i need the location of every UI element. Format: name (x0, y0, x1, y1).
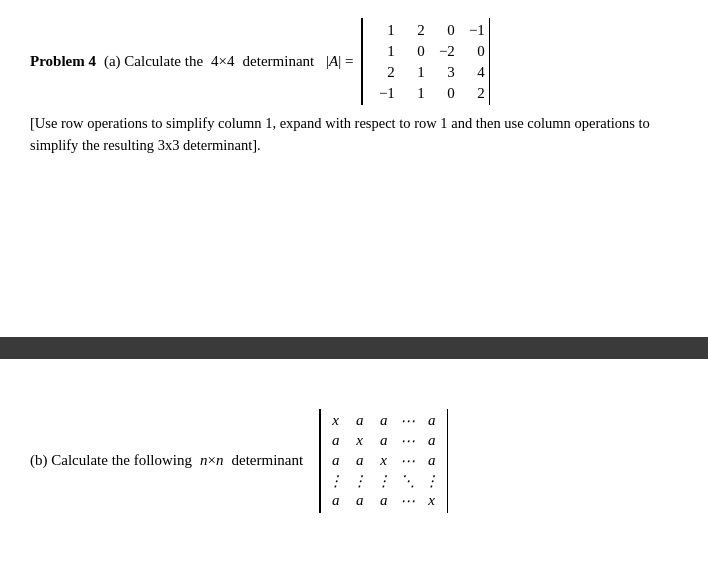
n23: ⋯ (400, 452, 416, 470)
m32: 0 (435, 85, 455, 102)
n04: a (424, 412, 440, 429)
n02: a (376, 412, 392, 429)
problem-4b: (b) Calculate the following n×n determin… (30, 409, 678, 513)
m23: 4 (465, 64, 485, 81)
det-nxn-bar-right (447, 409, 449, 513)
m33: 2 (465, 85, 485, 102)
det-bar-right (489, 18, 491, 105)
n03: ⋯ (400, 412, 416, 430)
matrix-4x4-grid: 1 2 0 −1 1 0 −2 0 2 1 3 4 −1 1 0 2 (363, 18, 489, 105)
page-bottom: (b) Calculate the following n×n determin… (0, 359, 708, 513)
n41: a (352, 492, 368, 509)
n30: ⋮ (328, 472, 344, 490)
m30: −1 (375, 85, 395, 102)
matrix-var: |A| = (322, 53, 353, 70)
instructions: [Use row operations to simplify column 1… (30, 113, 678, 157)
n22: x (376, 452, 392, 469)
matrix-nxn-grid: x a a ⋯ a a x a ⋯ a a a x ⋯ a ⋮ ⋮ ⋮ ⋱ ⋮ (321, 409, 447, 513)
m12: −2 (435, 43, 455, 60)
m01: 2 (405, 22, 425, 39)
determinant-nxn: x a a ⋯ a a x a ⋯ a a a x ⋯ a ⋮ ⋮ ⋮ ⋱ ⋮ (319, 409, 448, 513)
m21: 1 (405, 64, 425, 81)
m31: 1 (405, 85, 425, 102)
n20: a (328, 452, 344, 469)
n31: ⋮ (352, 472, 368, 490)
part-b-size: n×n (200, 452, 223, 469)
m00: 1 (375, 22, 395, 39)
n44: x (424, 492, 440, 509)
m11: 0 (405, 43, 425, 60)
n10: a (328, 432, 344, 449)
n43: ⋯ (400, 492, 416, 510)
n24: a (424, 452, 440, 469)
page-top: Problem 4 (a) Calculate the 4×4 determin… (0, 0, 708, 157)
problem-label: Problem 4 (30, 53, 96, 70)
part-a-size: 4×4 (211, 53, 234, 70)
determinant-4x4: 1 2 0 −1 1 0 −2 0 2 1 3 4 −1 1 0 2 (361, 18, 490, 105)
n34: ⋮ (424, 472, 440, 490)
n00: x (328, 412, 344, 429)
problem-4a: Problem 4 (a) Calculate the 4×4 determin… (30, 18, 678, 105)
n11: x (352, 432, 368, 449)
m22: 3 (435, 64, 455, 81)
n40: a (328, 492, 344, 509)
n13: ⋯ (400, 432, 416, 450)
n21: a (352, 452, 368, 469)
n42: a (376, 492, 392, 509)
m03: −1 (465, 22, 485, 39)
m13: 0 (465, 43, 485, 60)
part-a-prefix: (a) Calculate the (104, 53, 203, 70)
m20: 2 (375, 64, 395, 81)
n12: a (376, 432, 392, 449)
part-b-word: determinant (232, 452, 304, 469)
m02: 0 (435, 22, 455, 39)
n32: ⋮ (376, 472, 392, 490)
n01: a (352, 412, 368, 429)
n14: a (424, 432, 440, 449)
m10: 1 (375, 43, 395, 60)
divider-bar (0, 337, 708, 359)
part-a-word: determinant (243, 53, 315, 70)
part-b-prefix: (b) Calculate the following (30, 452, 192, 469)
n33: ⋱ (400, 472, 416, 490)
